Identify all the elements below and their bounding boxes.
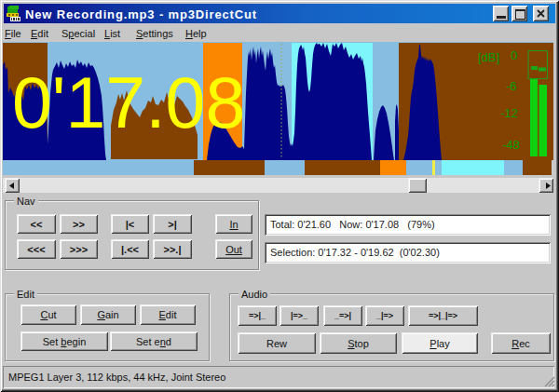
svg-text:[dB]: [dB] [478, 50, 499, 64]
svg-text:-12: -12 [500, 106, 518, 120]
svg-text:0: 0 [511, 48, 517, 62]
svg-text:0'17.08: 0'17.08 [12, 62, 245, 142]
svg-text:-48: -48 [502, 138, 520, 152]
svg-text:-6: -6 [506, 79, 517, 93]
